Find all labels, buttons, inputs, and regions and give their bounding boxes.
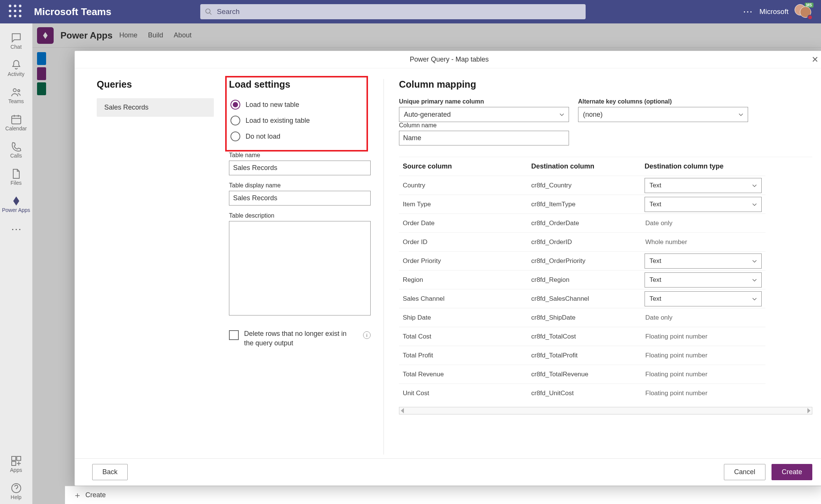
rail-help[interactable]: Help bbox=[0, 478, 32, 504]
radio-icon bbox=[230, 116, 240, 125]
rail-files[interactable]: Files bbox=[0, 164, 32, 190]
radio-icon bbox=[230, 131, 240, 141]
dropdown-value: (none) bbox=[583, 111, 603, 119]
search-input[interactable]: Search bbox=[200, 4, 586, 19]
type-static: Floating point number bbox=[645, 333, 707, 340]
svg-point-2 bbox=[19, 5, 22, 7]
horizontal-scrollbar[interactable] bbox=[399, 407, 812, 414]
source-column-cell: Item Type bbox=[399, 195, 527, 213]
info-icon[interactable]: i bbox=[363, 331, 371, 339]
rail-label: Power Apps bbox=[2, 207, 30, 213]
type-dropdown[interactable]: Text bbox=[645, 254, 762, 269]
main-area: Power Apps Home Build About ＋ Create Pow… bbox=[32, 23, 821, 504]
org-label[interactable]: Microsoft bbox=[759, 8, 789, 16]
svg-rect-13 bbox=[12, 116, 21, 124]
table-display-input[interactable] bbox=[229, 191, 371, 206]
dest-column-cell: cr8fd_SalesChannel bbox=[527, 289, 641, 308]
dest-column-cell: cr8fd_TotalProfit bbox=[527, 346, 641, 365]
rail-teams[interactable]: Teams bbox=[0, 82, 32, 108]
source-column-cell: Order Priority bbox=[399, 251, 527, 270]
dropdown-value: Text bbox=[649, 201, 661, 208]
load-settings-heading: Load settings bbox=[229, 79, 371, 90]
rail-chat[interactable]: Chat bbox=[0, 28, 32, 54]
type-column-cell: Text bbox=[641, 195, 765, 213]
dest-column-cell: cr8fd_Region bbox=[527, 270, 641, 289]
alt-key-dropdown[interactable]: (none) bbox=[578, 107, 748, 122]
svg-rect-18 bbox=[17, 456, 21, 461]
delete-rows-checkbox[interactable] bbox=[229, 330, 239, 340]
radio-icon bbox=[230, 100, 240, 110]
rail-label: Teams bbox=[8, 98, 24, 104]
column-mapping-pane: Column mapping Unique primary name colum… bbox=[399, 79, 812, 455]
more-icon[interactable]: ⋯ bbox=[743, 6, 753, 18]
query-item[interactable]: Sales Records bbox=[97, 98, 214, 117]
rail-label: Activity bbox=[8, 71, 24, 77]
rail-label: Help bbox=[11, 494, 22, 500]
type-dropdown[interactable]: Text bbox=[645, 272, 762, 288]
alt-key-label: Alternate key columns (optional) bbox=[578, 98, 748, 105]
teams-icon bbox=[10, 86, 22, 98]
column-name-input[interactable] bbox=[399, 131, 569, 145]
powerapps-icon bbox=[10, 195, 22, 207]
column-mapping-table: Source column Destination column Destina… bbox=[399, 157, 812, 402]
dest-column-cell: cr8fd_ShipDate bbox=[527, 308, 641, 327]
cancel-button[interactable]: Cancel bbox=[724, 464, 765, 480]
type-dropdown[interactable]: Text bbox=[645, 178, 762, 193]
dropdown-value: Text bbox=[649, 276, 661, 284]
rail-activity[interactable]: Activity bbox=[0, 55, 32, 81]
file-icon bbox=[10, 168, 22, 180]
bottom-command-bar: ＋ Create bbox=[65, 486, 821, 504]
type-column-cell: Floating point number bbox=[641, 346, 765, 365]
chevron-down-icon bbox=[738, 111, 744, 117]
bell-icon bbox=[10, 59, 22, 71]
type-dropdown[interactable]: Text bbox=[645, 291, 762, 306]
svg-point-9 bbox=[206, 9, 210, 14]
queries-pane: Queries Sales Records bbox=[97, 79, 214, 455]
type-column-cell: Date only bbox=[641, 308, 765, 327]
table-display-label: Table display name bbox=[229, 182, 371, 189]
type-static: Floating point number bbox=[645, 390, 707, 397]
unique-column-dropdown[interactable]: Auto-generated bbox=[399, 107, 569, 122]
waffle-icon[interactable] bbox=[4, 3, 23, 20]
profile-avatar[interactable]: MS bbox=[795, 4, 813, 19]
create-button[interactable]: Create bbox=[772, 464, 812, 480]
rail-more[interactable]: ⋯ bbox=[11, 218, 22, 240]
header-source: Source column bbox=[399, 157, 527, 176]
svg-point-4 bbox=[14, 10, 17, 12]
source-column-cell: Country bbox=[399, 176, 527, 195]
rail-power-apps[interactable]: Power Apps bbox=[0, 191, 32, 217]
type-column-cell: Whole number bbox=[641, 232, 765, 251]
load-setting-radio[interactable]: Load to new table bbox=[229, 97, 371, 113]
app-title: Microsoft Teams bbox=[23, 6, 200, 18]
rail-apps[interactable]: Apps bbox=[0, 451, 32, 477]
load-setting-radio[interactable]: Do not load bbox=[229, 129, 371, 145]
scroll-right-icon bbox=[807, 408, 810, 413]
rail-label: Calls bbox=[10, 153, 22, 159]
header-type: Destination column type bbox=[641, 157, 765, 176]
search-placeholder: Search bbox=[217, 8, 240, 16]
rail-calendar[interactable]: Calendar bbox=[0, 110, 32, 135]
dialog-title-bar: Power Query - Map tables ✕ bbox=[75, 51, 821, 68]
table-name-input[interactable] bbox=[229, 161, 371, 175]
radio-label: Do not load bbox=[246, 133, 280, 141]
svg-point-7 bbox=[14, 15, 17, 17]
close-icon[interactable]: ✕ bbox=[812, 55, 818, 65]
dropdown-value: Text bbox=[649, 295, 661, 303]
column-mapping-heading: Column mapping bbox=[399, 79, 812, 90]
source-column-cell: Unit Cost bbox=[399, 383, 527, 402]
chevron-down-icon bbox=[751, 296, 758, 302]
header-dest: Destination column bbox=[527, 157, 641, 176]
table-desc-input[interactable] bbox=[229, 221, 371, 315]
type-dropdown[interactable]: Text bbox=[645, 197, 762, 212]
dest-column-cell: cr8fd_UnitCost bbox=[527, 383, 641, 402]
create-new-link[interactable]: Create bbox=[85, 491, 106, 499]
load-settings-pane: Load settings Load to new tableLoad to e… bbox=[229, 79, 384, 455]
rail-calls[interactable]: Calls bbox=[0, 137, 32, 162]
load-setting-radio[interactable]: Load to existing table bbox=[229, 113, 371, 129]
type-static: Date only bbox=[645, 314, 673, 322]
delete-rows-label: Delete rows that no longer exist in the … bbox=[244, 329, 356, 348]
chevron-down-icon bbox=[559, 111, 565, 117]
search-icon bbox=[205, 8, 212, 15]
back-button[interactable]: Back bbox=[92, 464, 128, 480]
dialog-footer: Back Cancel Create bbox=[75, 458, 821, 485]
